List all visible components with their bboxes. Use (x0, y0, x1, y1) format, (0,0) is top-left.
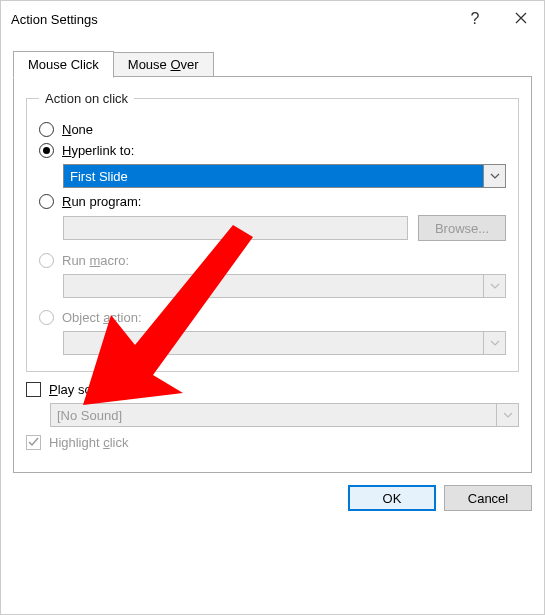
radio-none-label[interactable]: None (62, 122, 93, 137)
option-none-row: None (39, 122, 506, 137)
run-macro-value (64, 275, 483, 297)
highlight-click-row: Highlight click (26, 435, 519, 450)
title-bar: Action Settings ? (1, 1, 544, 37)
play-sound-label[interactable]: Play sound: (49, 382, 117, 397)
run-macro-combo-wrap (63, 274, 506, 298)
checkbox-play-sound[interactable] (26, 382, 41, 397)
hyperlink-value: First Slide (64, 165, 483, 187)
option-run-macro-row: Run macro: (39, 253, 506, 268)
hyperlink-combo-wrap: First Slide (63, 164, 506, 188)
close-icon (515, 11, 527, 27)
radio-hyperlink[interactable] (39, 143, 54, 158)
group-legend: Action on click (39, 91, 134, 106)
tab-label: Mouse Over (128, 57, 199, 72)
run-program-controls: Browse... (63, 215, 506, 241)
browse-button: Browse... (418, 215, 506, 241)
radio-hyperlink-label[interactable]: Hyperlink to: (62, 143, 134, 158)
radio-run-program[interactable] (39, 194, 54, 209)
object-action-combo-wrap (63, 331, 506, 355)
radio-run-program-label[interactable]: Run program: (62, 194, 141, 209)
radio-object-action-label: Object action: (62, 310, 142, 325)
help-button[interactable]: ? (452, 4, 498, 34)
chevron-down-icon (496, 404, 518, 426)
play-sound-row: Play sound: (26, 382, 519, 397)
hyperlink-combobox[interactable]: First Slide (63, 164, 506, 188)
object-action-combobox (63, 331, 506, 355)
run-program-input (63, 216, 408, 240)
checkbox-highlight-click (26, 435, 41, 450)
option-hyperlink-row: Hyperlink to: (39, 143, 506, 158)
tab-label: Mouse Click (28, 57, 99, 72)
play-sound-combo-wrap: [No Sound] (50, 403, 519, 427)
play-sound-value: [No Sound] (51, 404, 496, 426)
chevron-down-icon[interactable] (483, 165, 505, 187)
tab-strip: Mouse Click Mouse Over (13, 51, 532, 77)
object-action-value (64, 332, 483, 354)
radio-object-action (39, 310, 54, 325)
dialog-title: Action Settings (11, 12, 98, 27)
dialog-content: Mouse Click Mouse Over Action on click N… (1, 37, 544, 523)
highlight-click-label: Highlight click (49, 435, 128, 450)
tab-mouse-over[interactable]: Mouse Over (113, 52, 214, 77)
tab-panel: Action on click None Hyperlink to: First… (13, 77, 532, 473)
dialog-buttons: OK Cancel (13, 485, 532, 511)
radio-run-macro (39, 253, 54, 268)
ok-button[interactable]: OK (348, 485, 436, 511)
option-object-action-row: Object action: (39, 310, 506, 325)
close-button[interactable] (498, 4, 544, 34)
play-sound-combobox: [No Sound] (50, 403, 519, 427)
action-settings-dialog: Action Settings ? Mouse Click Mouse Over… (0, 0, 545, 615)
option-run-program-row: Run program: (39, 194, 506, 209)
action-on-click-group: Action on click None Hyperlink to: First… (26, 91, 519, 372)
run-macro-combobox (63, 274, 506, 298)
tab-mouse-click[interactable]: Mouse Click (13, 51, 114, 78)
help-icon: ? (471, 10, 480, 28)
radio-none[interactable] (39, 122, 54, 137)
radio-run-macro-label: Run macro: (62, 253, 129, 268)
chevron-down-icon (483, 332, 505, 354)
cancel-button[interactable]: Cancel (444, 485, 532, 511)
chevron-down-icon (483, 275, 505, 297)
